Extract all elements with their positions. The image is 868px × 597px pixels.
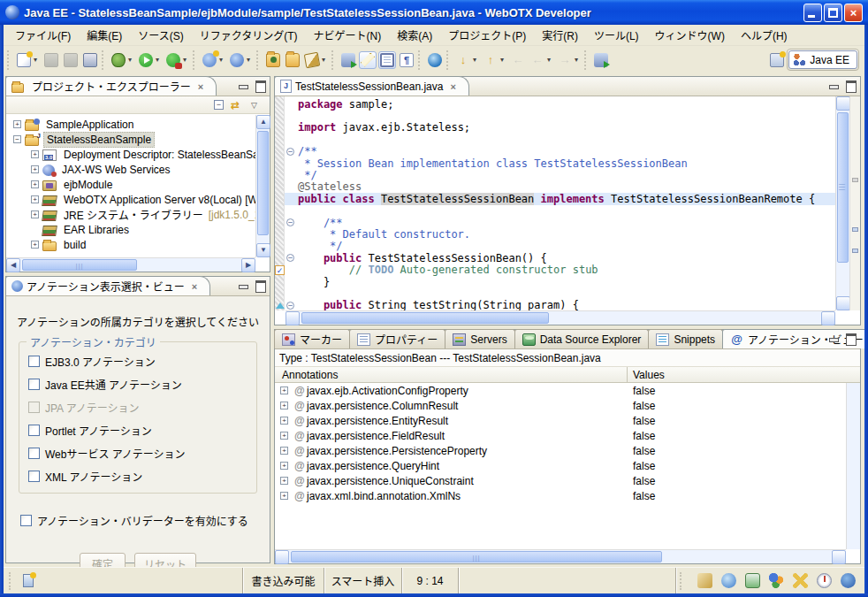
annotation-table-row[interactable]: +@javax.persistence.FieldResultfalse <box>275 428 846 443</box>
forward-dropdown[interactable] <box>575 51 582 69</box>
overview-mark[interactable] <box>852 227 858 232</box>
link-with-editor-button[interactable]: ⇄ <box>231 99 244 111</box>
values-column-header[interactable]: Values <box>633 369 665 381</box>
annotation-table-row[interactable]: +@javax.persistence.EntityResultfalse <box>275 413 846 428</box>
tree-item[interactable]: +SampleApplication <box>6 117 255 132</box>
scroll-right-button[interactable] <box>832 550 846 564</box>
menu-item-2[interactable]: ソース(S) <box>130 25 191 45</box>
save-all-button[interactable] <box>62 51 80 69</box>
menu-item-7[interactable]: 実行(R) <box>534 25 586 45</box>
maximize-view-button[interactable] <box>845 333 857 343</box>
scrollbar-thumb[interactable] <box>301 312 549 324</box>
tree-item[interactable]: +JAX-WS Web Services <box>6 162 255 177</box>
back-button[interactable]: ← <box>529 51 546 69</box>
row-expander-icon[interactable]: + <box>280 447 288 455</box>
project-tree-horizontal-scrollbar[interactable]: ||| <box>6 257 255 272</box>
code-line[interactable] <box>275 287 835 299</box>
tray-globe-icon[interactable] <box>841 573 856 588</box>
tree-item[interactable]: +Deployment Descriptor: StatelessBeanSar <box>6 147 255 162</box>
row-expander-icon[interactable]: + <box>280 477 288 485</box>
fold-collapse-icon[interactable]: − <box>286 254 294 262</box>
row-expander-icon[interactable]: + <box>280 492 288 500</box>
quick-assist-marker-icon[interactable] <box>276 302 285 309</box>
editor-overview-ruler[interactable] <box>849 96 860 310</box>
fold-collapse-icon[interactable]: − <box>286 148 294 156</box>
annotation-category-checkbox-1[interactable]: Java EE共通 アノテーション <box>28 377 247 392</box>
scrollbar-thumb[interactable]: ||| <box>837 112 849 263</box>
tree-item[interactable]: +JRE システム・ライブラリー [jdk1.5.0_19] <box>6 207 255 222</box>
enable-validator-checkbox[interactable]: アノテーション・バリデーターを有効にする <box>20 513 255 528</box>
minimize-view-button[interactable] <box>238 80 249 90</box>
next-annotation-dropdown[interactable] <box>473 51 481 69</box>
menu-item-5[interactable]: 検索(A) <box>389 25 440 45</box>
row-expander-icon[interactable]: + <box>280 387 288 394</box>
fold-collapse-icon[interactable]: − <box>286 302 294 310</box>
annotation-category-checkbox-0[interactable]: EJB3.0 アノテーション <box>28 354 247 369</box>
project-tree-vertical-scrollbar[interactable] <box>255 115 270 257</box>
menu-item-3[interactable]: リファクタリング(T) <box>192 25 306 45</box>
scroll-left-button[interactable] <box>275 550 289 564</box>
row-expander-icon[interactable]: + <box>280 417 288 425</box>
debug-dropdown[interactable] <box>128 51 136 69</box>
row-expander-icon[interactable]: + <box>280 432 288 440</box>
minimize-view-button[interactable] <box>828 333 840 343</box>
annotation-pen-button[interactable] <box>303 51 321 69</box>
tab-project-explorer[interactable]: プロジェクト・エクスプローラー × <box>5 76 217 96</box>
open-resource-button[interactable] <box>284 51 301 69</box>
open-perspective-button[interactable] <box>768 51 786 69</box>
tab-data-source-explorer[interactable]: Data Source Explorer <box>514 329 650 348</box>
save-button[interactable] <box>42 51 60 69</box>
run-dropdown[interactable] <box>156 51 164 69</box>
web-browser-dropdown[interactable] <box>247 51 255 69</box>
code-line[interactable] <box>275 110 835 121</box>
annotation-table-row[interactable]: +@javax.ejb.ActivationConfigPropertyfals… <box>275 383 846 398</box>
tray-lock-icon[interactable] <box>697 573 712 588</box>
scroll-up-button[interactable] <box>836 96 850 111</box>
maximize-view-button[interactable] <box>255 280 266 290</box>
highlight-toggle-button[interactable] <box>359 51 377 69</box>
scroll-left-button[interactable] <box>286 311 300 325</box>
tray-screen-icon[interactable] <box>745 573 760 588</box>
code-line[interactable] <box>275 134 835 145</box>
forward-button[interactable]: → <box>556 51 574 69</box>
close-icon[interactable]: × <box>198 81 203 92</box>
new-wizard-button[interactable] <box>15 51 33 69</box>
run-external-button[interactable] <box>164 51 182 69</box>
fold-collapse-icon[interactable]: − <box>286 218 294 226</box>
menu-item-4[interactable]: ナビゲート(N) <box>306 25 390 45</box>
next-annotation-button[interactable]: ↓ <box>454 51 472 69</box>
scrollbar-thumb[interactable]: ||| <box>291 551 662 563</box>
menu-item-10[interactable]: ヘルプ(H) <box>733 25 796 45</box>
fast-view-icon[interactable] <box>23 574 34 587</box>
code-line[interactable] <box>275 205 835 217</box>
menu-item-6[interactable]: プロジェクト(P) <box>440 25 534 45</box>
annotation-table-row[interactable]: +@javax.persistence.ColumnResultfalse <box>275 398 846 413</box>
view-menu-button[interactable]: ▽ <box>251 99 264 111</box>
menu-item-1[interactable]: 編集(E) <box>79 25 130 45</box>
task-marker-icon[interactable]: ✓ <box>275 265 285 275</box>
row-expander-icon[interactable]: + <box>280 402 288 409</box>
bottom-panel-vertical-scrollbar[interactable] <box>846 383 860 549</box>
maximize-window-button[interactable] <box>824 4 842 22</box>
tab-annotation-selector[interactable]: アノテーション表示選択・ビュー × <box>5 276 210 295</box>
tray-lamp-icon[interactable] <box>721 573 736 588</box>
code-line[interactable]: */ <box>275 241 835 252</box>
new-web-service-button[interactable] <box>201 51 218 69</box>
annotation-table-row[interactable]: +@javax.persistence.PersistencePropertyf… <box>275 443 846 458</box>
tree-item[interactable]: +WebOTX Application Server v8(Local) [We <box>6 192 255 207</box>
menu-item-8[interactable]: ツール(L) <box>586 25 647 45</box>
annotation-category-checkbox-5[interactable]: XML アノテーション <box>28 469 247 484</box>
mark-occurrences-button[interactable] <box>378 51 396 69</box>
code-line[interactable]: import javax.ejb.Stateless; <box>275 122 835 134</box>
scroll-down-button[interactable] <box>256 243 270 257</box>
annotation-table-row[interactable]: +@javax.xml.bind.annotation.XmlNsfalse <box>275 488 846 503</box>
code-line[interactable]: // TODO Auto-generated constructor stub <box>275 264 835 275</box>
generate-button[interactable] <box>339 51 357 69</box>
scrollbar-thumb[interactable] <box>257 131 269 235</box>
code-line[interactable]: * Session Bean implementation class Test… <box>275 157 835 169</box>
close-icon[interactable]: × <box>450 81 455 92</box>
annotation-category-checkbox-4[interactable]: Webサービス アノテーション <box>28 446 247 461</box>
tree-expander-icon[interactable]: + <box>31 195 39 203</box>
close-icon[interactable]: × <box>192 281 197 292</box>
tree-expander-icon[interactable]: + <box>31 241 39 249</box>
